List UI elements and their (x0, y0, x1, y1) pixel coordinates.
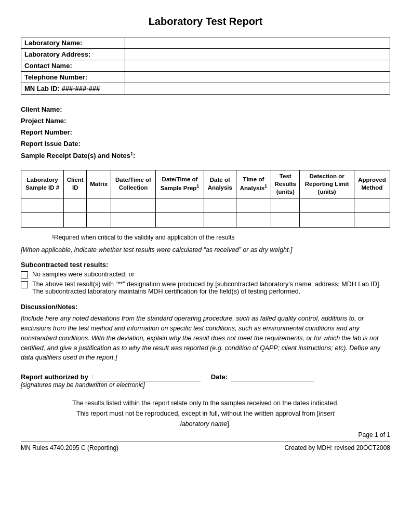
report-issue-date-label: Report Issue Date: (21, 140, 81, 148)
subcontracted-section: Subcontracted test results: No samples w… (21, 261, 390, 295)
table-cell (64, 212, 87, 227)
table-cell (236, 212, 271, 227)
signature-underline (97, 373, 201, 381)
info-label: Telephone Number: (21, 72, 125, 83)
table-row (21, 198, 390, 212)
table-header: TestResults(units) (271, 170, 300, 198)
table-cell (236, 198, 271, 212)
page-number: Page 1 of 1 (21, 431, 390, 438)
table-header: LaboratorySample ID # (21, 170, 64, 198)
footer-right-text: Created by MDH: revised 20OCT2008 (285, 444, 390, 451)
signature-fields: Report authorized by: Date: (21, 373, 390, 381)
table-cell (87, 212, 111, 227)
table-cell (204, 212, 236, 227)
footer-line1: The results listed within the report rel… (21, 398, 390, 408)
footer-left-text: MN Rules 4740.2095 C (Reporting) (21, 444, 118, 451)
info-label: Contact Name: (21, 60, 125, 72)
report-authorized-label: Report authorized by (21, 373, 88, 381)
table-cell (87, 198, 111, 212)
checkbox-1[interactable] (21, 271, 28, 278)
lab-info-table: Laboratory Name:Laboratory Address:Conta… (21, 37, 390, 95)
table-cell (300, 212, 354, 227)
info-value (125, 49, 390, 60)
info-label: MN Lab ID: ###-###-### (21, 83, 125, 95)
table-cell (111, 212, 155, 227)
table-cell (111, 198, 155, 212)
table-header: ApprovedMethod (354, 170, 390, 198)
table-cell (354, 198, 390, 212)
info-label: Laboratory Address: (21, 49, 125, 60)
table-header: Matrix (87, 170, 111, 198)
date-field: Date: (211, 373, 314, 381)
info-value (125, 37, 390, 49)
italic-note: [When applicable, indicate whether test … (21, 246, 390, 254)
discussion-title: Discussion/Notes: (21, 302, 390, 312)
report-number-label: Report Number: (21, 128, 72, 136)
project-name-label: Project Name: (21, 117, 66, 125)
footer-line2: This report must not be reproduced, exce… (21, 408, 390, 419)
table-cell (271, 198, 300, 212)
info-label: Laboratory Name: (21, 37, 125, 49)
table-cell (271, 212, 300, 227)
subcontracted-item-2: The above test result(s) with “**” desig… (21, 281, 390, 295)
table-header: ClientID (64, 170, 87, 198)
lab-name-text: laboratory name (180, 420, 227, 428)
table-cell (64, 198, 87, 212)
table-cell (21, 198, 64, 212)
subcontracted-title: Subcontracted test results: (21, 261, 390, 269)
discussion-text: [Include here any noted deviations from … (21, 314, 390, 363)
date-label: Date: (211, 373, 228, 381)
footer-disclaimer: The results listed within the report rel… (21, 398, 390, 429)
authorized-by-field: Report authorized by: (21, 373, 201, 381)
table-header: Date/Time ofSample Prep1 (156, 170, 204, 198)
table-cell (156, 198, 204, 212)
info-value (125, 60, 390, 72)
table-header: Date/Time ofCollection (111, 170, 155, 198)
subcontracted-text-2: The above test result(s) with “**” desig… (32, 281, 390, 295)
subcontracted-text-1: No samples were subcontracted; or (32, 271, 135, 278)
client-info-section: Client Name: Project Name: Report Number… (21, 104, 390, 162)
table-cell (204, 198, 236, 212)
sample-receipt-label: Sample Receipt Date(s) and Notes1: (21, 152, 135, 159)
info-value (125, 83, 390, 95)
table-row (21, 212, 390, 227)
table-header: Date ofAnalysis (204, 170, 236, 198)
footnote: ¹Required when critical to the validity … (52, 234, 390, 241)
signature-note: [signatures may be handwritten or electr… (21, 381, 390, 389)
date-underline (231, 373, 314, 381)
sample-data-table: LaboratorySample ID #ClientIDMatrixDate/… (21, 170, 390, 228)
report-title: Laboratory Test Report (21, 16, 390, 28)
table-cell (21, 212, 64, 227)
client-name-label: Client Name: (21, 105, 62, 113)
table-cell (354, 212, 390, 227)
table-header: Time ofAnalysis1 (236, 170, 271, 198)
insert-text: insert (319, 410, 335, 417)
table-cell (156, 212, 204, 227)
signature-section: Report authorized by: Date: [signatures … (21, 373, 390, 389)
info-value (125, 72, 390, 83)
table-cell (300, 198, 354, 212)
checkbox-2[interactable] (21, 281, 28, 288)
table-header: Detection orReporting Limit(units) (300, 170, 354, 198)
discussion-section: Discussion/Notes: [Include here any note… (21, 302, 390, 363)
page-footer: MN Rules 4740.2095 C (Reporting) Created… (21, 442, 390, 451)
subcontracted-item-1: No samples were subcontracted; or (21, 271, 390, 278)
footer-line3: laboratory name]. (21, 419, 390, 429)
